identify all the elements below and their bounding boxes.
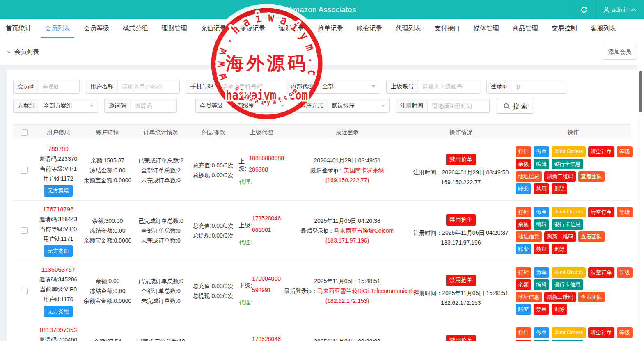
filter-sort-order: 排序方式 默认排序 bbox=[296, 99, 390, 113]
ban-grab-button[interactable]: 禁用抢单 bbox=[446, 214, 476, 226]
action-button[interactable]: 禁用 bbox=[534, 304, 549, 315]
yuebao-amount: 余额宝金额:0.0000 bbox=[81, 175, 134, 185]
action-button[interactable]: 查看团队 bbox=[578, 231, 605, 242]
action-button[interactable]: 删除 bbox=[552, 183, 567, 194]
action-button[interactable]: 清空订单 bbox=[588, 207, 614, 217]
nav-tab-10[interactable]: 代理列表 bbox=[396, 19, 421, 39]
nav-tab-4[interactable]: 理财管理 bbox=[162, 19, 187, 39]
internal-agent-select[interactable]: 全部 bbox=[318, 80, 380, 93]
plan-group-button[interactable]: 无方案组 bbox=[44, 185, 73, 197]
action-button[interactable]: 做单 bbox=[534, 146, 549, 157]
row-checkbox[interactable] bbox=[21, 288, 28, 294]
parent-account-input[interactable] bbox=[418, 80, 480, 93]
row-checkbox[interactable] bbox=[21, 227, 28, 234]
action-button[interactable]: 删除 bbox=[552, 244, 567, 254]
action-button[interactable]: 银行卡信息 bbox=[552, 159, 583, 169]
user-menu[interactable]: admin bbox=[596, 0, 644, 19]
action-button[interactable]: 地址信息 bbox=[516, 171, 542, 182]
action-button[interactable]: 刷新二维码 bbox=[544, 292, 576, 302]
action-button[interactable]: 刷新二维码 bbox=[544, 171, 576, 182]
member-level-select[interactable]: 全部级别 bbox=[227, 99, 289, 112]
action-button[interactable]: 禁用 bbox=[534, 244, 549, 254]
nav-tab-13[interactable]: 商品管理 bbox=[513, 19, 538, 39]
username-input[interactable] bbox=[118, 80, 179, 93]
action-button[interactable]: 查看团队 bbox=[578, 292, 605, 302]
action-button[interactable]: 清空订单 bbox=[588, 327, 614, 338]
nav-tab-11[interactable]: 支付接口 bbox=[435, 19, 460, 39]
plan-group-button[interactable]: 无方案组 bbox=[44, 245, 73, 257]
username: 176718796 bbox=[35, 204, 81, 214]
nav-tab-8[interactable]: 抢单记录 bbox=[318, 19, 343, 39]
action-button[interactable]: 等级 bbox=[617, 327, 633, 338]
phone-input[interactable] bbox=[218, 80, 280, 93]
action-button[interactable]: 打针 bbox=[516, 267, 531, 278]
ban-grab-button[interactable]: 禁用抢单 bbox=[446, 275, 476, 286]
nav-tab-14[interactable]: 交易控制 bbox=[552, 19, 577, 39]
nav-tab-5[interactable]: 充值记录 bbox=[201, 19, 226, 39]
action-button[interactable]: 刷新二维码 bbox=[544, 231, 576, 242]
action-button[interactable]: 账变 bbox=[516, 244, 531, 254]
login-ip-input[interactable] bbox=[511, 80, 566, 93]
nav-tab-0[interactable]: 首页统计 bbox=[6, 19, 31, 39]
nav-tab-7[interactable]: 理财记录 bbox=[279, 19, 304, 39]
nav-tab-15[interactable]: 客服列表 bbox=[591, 19, 616, 39]
action-button[interactable]: 编辑 bbox=[534, 159, 549, 169]
action-button[interactable]: 打针 bbox=[516, 146, 531, 157]
select-all-checkbox[interactable] bbox=[21, 129, 28, 136]
action-button[interactable]: 余额 bbox=[516, 219, 531, 230]
register-time-input[interactable] bbox=[428, 99, 489, 112]
invite-code-input[interactable] bbox=[131, 99, 176, 112]
sort-order-select[interactable]: 默认排序 bbox=[328, 99, 389, 112]
action-button[interactable]: 账变 bbox=[516, 304, 531, 315]
action-button[interactable]: 余额 bbox=[516, 279, 531, 290]
action-button[interactable]: 银行卡信息 bbox=[552, 279, 583, 290]
add-member-button[interactable]: 添加会员 bbox=[603, 45, 637, 60]
ban-grab-button[interactable]: 禁用抢单 bbox=[446, 335, 476, 341]
action-button[interactable]: 银行卡信息 bbox=[552, 219, 583, 230]
action-button[interactable]: 账变 bbox=[516, 183, 531, 194]
action-button[interactable]: 编辑 bbox=[534, 279, 549, 290]
action-button[interactable]: 打针 bbox=[516, 327, 531, 338]
action-button[interactable]: 查看团队 bbox=[578, 171, 605, 182]
col-user-info: 用户信息 bbox=[35, 129, 81, 136]
action-button[interactable]: 做单 bbox=[534, 267, 549, 278]
action-button[interactable]: 地址信息 bbox=[516, 231, 542, 242]
plan-group-button[interactable]: 无方案组 bbox=[44, 306, 73, 317]
action-button[interactable]: Joint Orders bbox=[552, 267, 586, 278]
action-button[interactable]: Joint Orders bbox=[552, 146, 586, 157]
action-button[interactable]: 删除 bbox=[552, 304, 567, 315]
action-button[interactable]: 地址信息 bbox=[516, 292, 542, 302]
action-button[interactable]: 等级 bbox=[617, 207, 633, 217]
nav-tab-12[interactable]: 媒体管理 bbox=[474, 19, 499, 39]
nav-tab-2[interactable]: 会员等级 bbox=[84, 19, 109, 39]
register-time-label: 注册时间： bbox=[413, 229, 442, 236]
nav-tab-3[interactable]: 模式分组 bbox=[123, 19, 148, 39]
scrollbar-thumb[interactable] bbox=[639, 71, 642, 112]
action-button[interactable]: Joint Orders bbox=[552, 207, 586, 217]
plan-group-select[interactable]: 全部方案组 bbox=[39, 99, 98, 112]
refresh-button[interactable] bbox=[573, 0, 595, 19]
ban-grab-button[interactable]: 禁用抢单 bbox=[446, 154, 476, 165]
row-checkbox[interactable] bbox=[21, 167, 28, 174]
action-button[interactable]: 余额 bbox=[516, 159, 531, 169]
action-button[interactable]: 等级 bbox=[617, 267, 633, 278]
action-button[interactable]: 禁用 bbox=[534, 183, 549, 194]
balance: 余额:1505.87 bbox=[81, 156, 134, 165]
member-id-input[interactable] bbox=[38, 80, 79, 93]
parent-label: 上级: bbox=[239, 222, 252, 229]
action-button[interactable]: 等级 bbox=[617, 146, 633, 157]
search-button[interactable]: 搜 索 bbox=[497, 99, 534, 114]
action-button[interactable]: 清空订单 bbox=[588, 267, 614, 278]
action-button[interactable]: 打针 bbox=[516, 207, 531, 217]
action-button[interactable]: 清空订单 bbox=[588, 146, 614, 157]
nav-tab-6[interactable]: 提现记录 bbox=[240, 19, 265, 39]
action-button[interactable]: 编辑 bbox=[534, 219, 549, 230]
orders-done: 已完成订单总数:0 bbox=[134, 216, 188, 226]
nav-tab-9[interactable]: 账变记录 bbox=[357, 19, 382, 39]
action-button[interactable]: Joint Orders bbox=[552, 327, 586, 338]
action-button[interactable]: 做单 bbox=[534, 207, 549, 217]
orders-unfinished: 未完成订单数:0 bbox=[134, 236, 188, 245]
chevron-down-icon bbox=[89, 105, 94, 107]
nav-tab-1[interactable]: 会员列表 bbox=[45, 19, 70, 39]
action-button[interactable]: 做单 bbox=[534, 327, 549, 338]
